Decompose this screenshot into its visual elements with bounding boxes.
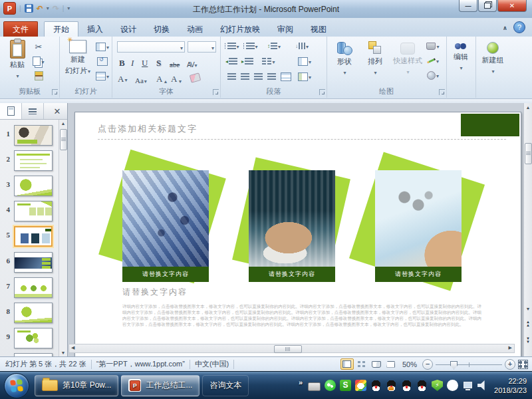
align-right-button[interactable] xyxy=(251,70,265,82)
zoom-slider-thumb[interactable] xyxy=(450,361,458,370)
slides-tab[interactable] xyxy=(0,103,22,119)
scroll-down-icon[interactable]: ▼ xyxy=(524,307,532,311)
scroll-up-icon[interactable]: ▲ xyxy=(524,105,532,110)
caption-bar[interactable]: 请替换文字内容 xyxy=(249,267,335,282)
taskbar-item-powerpoint-active[interactable]: 工作总结工... xyxy=(121,375,200,396)
shape-effects-button[interactable] xyxy=(426,69,440,81)
strikethrough-button[interactable]: abe xyxy=(170,57,180,68)
start-button[interactable] xyxy=(4,373,29,398)
thumbnail-image[interactable] xyxy=(14,328,53,348)
slide-title-placeholder[interactable]: 点击添加相关标题文字 xyxy=(98,123,198,135)
smartart-button[interactable] xyxy=(298,70,311,82)
antivirus-green-plus-icon[interactable] xyxy=(447,380,458,391)
justify-button[interactable] xyxy=(265,70,278,82)
thumbnail-image[interactable] xyxy=(14,176,53,196)
text-shadow-button[interactable]: S xyxy=(156,57,161,68)
thumbnail-image[interactable] xyxy=(14,201,53,221)
editing-button[interactable]: 编辑 xyxy=(449,42,473,71)
format-painter-button[interactable] xyxy=(32,70,45,82)
bullets-button[interactable] xyxy=(225,40,238,52)
sogou-input-icon[interactable] xyxy=(340,380,351,391)
reading-view-button[interactable] xyxy=(370,358,383,370)
security-shield-icon[interactable] xyxy=(432,380,443,391)
slide-thumbnail-6[interactable]: 6 xyxy=(0,251,59,275)
shape-fill-button[interactable] xyxy=(426,40,440,52)
thumbnail-image[interactable] xyxy=(14,252,53,273)
tab-insert[interactable]: 插入 xyxy=(78,22,112,37)
increase-indent-button[interactable]: ▸ xyxy=(241,55,254,67)
align-left-button[interactable] xyxy=(225,70,238,82)
arrange-button[interactable]: 排列 xyxy=(361,41,389,76)
new-slide-button[interactable]: 新建 幻灯片 xyxy=(63,40,93,76)
slide-thumbnail-8[interactable]: 8 xyxy=(0,301,59,325)
minimize-button[interactable] xyxy=(459,0,477,12)
slide-thumbnail-10[interactable]: 10 xyxy=(0,352,59,356)
cut-button[interactable] xyxy=(32,41,45,53)
taskbar-clock[interactable]: 22:29 2018/3/23 xyxy=(494,376,527,395)
drawing-dialog-launcher[interactable] xyxy=(439,89,445,95)
caption-bar[interactable]: 请替换文字内容 xyxy=(375,267,462,282)
rainbow-bear-app-icon[interactable] xyxy=(355,380,366,391)
font-name-combobox[interactable] xyxy=(117,41,185,53)
paste-dropdown-arrow[interactable] xyxy=(15,71,19,79)
panel-scrollbar[interactable]: ▲ ▼ xyxy=(59,120,67,356)
text-direction-button[interactable]: ↓ xyxy=(295,40,309,52)
zoom-percentage[interactable]: 50% xyxy=(402,360,417,368)
thumbnail-image[interactable] xyxy=(14,150,53,171)
taskbar-item-text-window[interactable]: 咨询文本 xyxy=(202,375,249,396)
line-spacing-button[interactable]: ↕ xyxy=(267,40,281,52)
copy-button[interactable] xyxy=(32,55,45,67)
clear-formatting-button[interactable] xyxy=(188,72,201,84)
slide-thumbnail-2[interactable]: 2 xyxy=(0,149,59,173)
thumbnail-image[interactable] xyxy=(14,125,53,146)
tab-home[interactable]: 开始 xyxy=(44,21,78,37)
previous-slide-button[interactable]: ▲▲ xyxy=(524,321,532,327)
fit-to-window-button[interactable] xyxy=(518,360,528,369)
image-card-3[interactable]: 请替换文字内容 xyxy=(375,170,462,282)
section-button[interactable] xyxy=(96,70,109,82)
qq-icon-1[interactable] xyxy=(370,380,382,391)
image-card-1[interactable]: 请替换文字内容 xyxy=(122,170,209,282)
slide-thumbnail-3[interactable]: 3 xyxy=(0,174,59,198)
paragraph-dialog-launcher[interactable] xyxy=(319,89,325,95)
slide-thumbnail-1[interactable]: 1 xyxy=(0,124,59,148)
bold-button[interactable]: B xyxy=(119,57,125,68)
wechat-icon[interactable] xyxy=(325,380,336,391)
next-slide-button[interactable]: ▼▼ xyxy=(524,337,532,344)
columns-button[interactable] xyxy=(262,55,275,67)
new-group-button[interactable]: 新建组 xyxy=(477,42,509,74)
italic-button[interactable]: I xyxy=(131,57,134,68)
grow-font-button[interactable]: A▲ xyxy=(156,73,168,84)
slideshow-button[interactable] xyxy=(384,358,398,370)
scroll-down-icon[interactable]: ▼ xyxy=(59,350,67,355)
align-text-button[interactable] xyxy=(298,55,311,67)
paste-button[interactable]: 粘贴 xyxy=(5,40,29,79)
slide-thumbnail-7[interactable]: 7 xyxy=(0,276,59,300)
zoom-slider[interactable] xyxy=(436,360,502,369)
align-center-button[interactable] xyxy=(238,70,251,82)
slide-sorter-button[interactable] xyxy=(355,358,368,370)
qq-icon-2[interactable] xyxy=(386,380,397,391)
thumbnail-image[interactable] xyxy=(14,226,53,247)
distribute-button[interactable] xyxy=(279,70,293,82)
normal-view-button[interactable] xyxy=(340,358,354,370)
font-size-combobox[interactable] xyxy=(188,41,216,53)
tab-file[interactable]: 文件 xyxy=(3,21,38,37)
body-placeholder-text[interactable]: 详细内容文字添加，点击修改替换图形文本，修改文字内容，也可以直接复制你的内容到此… xyxy=(122,303,481,327)
photo-hand-gears[interactable] xyxy=(375,170,462,267)
tab-review[interactable]: 审阅 xyxy=(269,22,302,37)
restore-button[interactable] xyxy=(478,0,497,12)
taskbar-item-folder[interactable]: 第10章 Pow... xyxy=(35,375,118,396)
tab-animations[interactable]: 动画 xyxy=(178,22,211,37)
decrease-indent-button[interactable]: ◂ xyxy=(225,55,238,67)
close-button[interactable] xyxy=(497,0,527,12)
collapse-ribbon-icon[interactable] xyxy=(503,23,507,32)
scroll-right-icon[interactable]: ▶ xyxy=(509,345,512,350)
vertical-scrollbar-thumb[interactable] xyxy=(525,143,532,164)
shapes-button[interactable]: 形状 xyxy=(331,41,358,76)
caption-bar[interactable]: 请替换文字内容 xyxy=(122,267,209,282)
horizontal-scrollbar[interactable]: ◀ ▶ xyxy=(68,344,515,353)
show-hidden-icons-chevron[interactable] xyxy=(299,378,303,386)
body-heading[interactable]: 请替换文字内容 xyxy=(122,287,188,298)
underline-button[interactable]: U xyxy=(142,57,148,68)
